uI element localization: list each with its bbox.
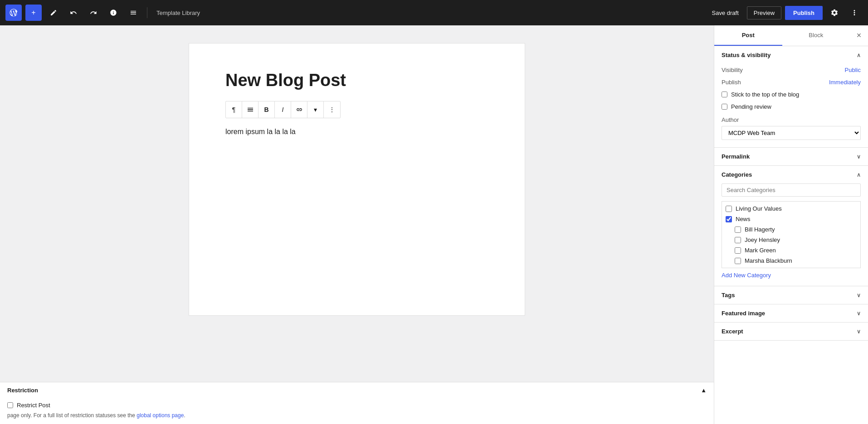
stick-top-label: Stick to the top of the blog <box>731 91 799 98</box>
cat-news-checkbox[interactable] <box>726 216 732 222</box>
tags-chevron: ∨ <box>857 292 861 299</box>
close-sidebar-button[interactable]: × <box>850 25 868 46</box>
block-toolbar: ¶ B I ▾ ⋮ <box>225 101 341 118</box>
bold-button[interactable]: B <box>258 101 275 118</box>
categories-chevron: ∧ <box>857 172 861 178</box>
tab-block[interactable]: Block <box>782 25 850 46</box>
more-block-options-button[interactable]: ▾ <box>307 101 324 118</box>
add-block-button[interactable]: + <box>25 5 42 21</box>
visibility-row: Visibility Public <box>722 64 861 76</box>
search-categories-input[interactable] <box>722 183 861 197</box>
status-visibility-body: Visibility Public Publish Immediately St… <box>714 64 868 147</box>
category-mark-green: Mark Green <box>726 245 857 255</box>
post-body-text[interactable]: lorem ipsum la la la la <box>225 125 488 138</box>
status-visibility-chevron: ∧ <box>857 52 861 58</box>
wp-logo-icon[interactable] <box>5 5 22 21</box>
tab-post[interactable]: Post <box>714 25 782 46</box>
excerpt-header[interactable]: Excerpt ∨ <box>714 323 868 340</box>
tags-header[interactable]: Tags ∨ <box>714 286 868 304</box>
publish-row: Publish Immediately <box>722 76 861 88</box>
restriction-panel: Restriction ▲ Restrict Post page only. F… <box>0 382 714 424</box>
restrict-post-row: Restrict Post <box>7 402 707 409</box>
editor-area: New Blog Post ¶ B I ▾ ⋮ lorem ipsum la l… <box>0 25 714 424</box>
featured-image-header[interactable]: Featured image ∨ <box>714 304 868 322</box>
categories-title: Categories <box>722 171 752 178</box>
add-new-category-link[interactable]: Add New Category <box>722 272 861 279</box>
topbar-right-actions: Save draft Preview Publish <box>707 5 863 21</box>
topbar: + Template Library Save draft Preview Pu… <box>0 0 868 25</box>
permalink-header[interactable]: Permalink ∨ <box>714 148 868 165</box>
preview-button[interactable]: Preview <box>747 6 781 19</box>
categories-header[interactable]: Categories ∧ <box>714 166 868 183</box>
sidebar-tabs: Post Block × <box>714 25 868 46</box>
topbar-divider <box>147 7 147 18</box>
restrict-post-label: Restrict Post <box>17 402 50 409</box>
author-select[interactable]: MCDP Web Team <box>722 126 861 140</box>
excerpt-section: Excerpt ∨ <box>714 323 868 341</box>
undo-button[interactable] <box>65 5 82 21</box>
post-title[interactable]: New Blog Post <box>225 71 488 90</box>
permalink-title: Permalink <box>722 153 750 160</box>
pending-review-label: Pending review <box>731 103 771 110</box>
categories-body: Living Our Values News Bill Hagerty Joey… <box>714 183 868 286</box>
restriction-body: Restrict Post page only. For a full list… <box>0 398 714 424</box>
cat-living-our-values-checkbox[interactable] <box>726 206 732 212</box>
cat-joey-hensley-checkbox[interactable] <box>735 237 741 243</box>
italic-button[interactable]: I <box>275 101 291 118</box>
cat-marsha-blackburn-checkbox[interactable] <box>735 258 741 264</box>
status-visibility-section: Status & visibility ∧ Visibility Public … <box>714 46 868 148</box>
save-draft-button[interactable]: Save draft <box>707 7 743 19</box>
restriction-note: page only. For a full list of restrictio… <box>7 412 707 419</box>
publish-button[interactable]: Publish <box>785 6 823 20</box>
restrict-post-checkbox[interactable] <box>7 402 13 408</box>
pending-review-row: Pending review <box>722 101 861 113</box>
editor-content: New Blog Post ¶ B I ▾ ⋮ lorem ipsum la l… <box>189 43 525 315</box>
category-joey-hensley: Joey Hensley <box>726 235 857 245</box>
template-library-label: Template Library <box>156 10 704 16</box>
info-button[interactable] <box>105 5 122 21</box>
block-settings-button[interactable]: ⋮ <box>324 101 340 118</box>
visibility-value[interactable]: Public <box>845 67 861 73</box>
excerpt-chevron: ∨ <box>857 328 861 335</box>
categories-list: Living Our Values News Bill Hagerty Joey… <box>722 201 861 268</box>
featured-image-section: Featured image ∨ <box>714 304 868 323</box>
link-button[interactable] <box>291 101 307 118</box>
restriction-title: Restriction <box>7 387 38 394</box>
category-bill-hagerty: Bill Hagerty <box>726 224 857 235</box>
tags-title: Tags <box>722 292 735 299</box>
more-options-button[interactable] <box>846 5 863 21</box>
stick-top-checkbox[interactable] <box>722 92 727 97</box>
edit-button[interactable] <box>45 5 62 21</box>
sidebar: Post Block × Status & visibility ∧ Visib… <box>714 25 868 424</box>
category-news: News <box>726 214 857 224</box>
pending-review-checkbox[interactable] <box>722 104 727 110</box>
permalink-chevron: ∨ <box>857 154 861 160</box>
main-layout: New Blog Post ¶ B I ▾ ⋮ lorem ipsum la l… <box>0 25 868 424</box>
align-button[interactable] <box>242 101 258 118</box>
restriction-header[interactable]: Restriction ▲ <box>0 382 714 398</box>
restriction-chevron: ▲ <box>701 387 707 394</box>
categories-section: Categories ∧ Living Our Values News <box>714 166 868 286</box>
status-visibility-header[interactable]: Status & visibility ∧ <box>714 46 868 64</box>
cat-mark-green-checkbox[interactable] <box>735 247 741 254</box>
global-options-link[interactable]: global options page <box>137 412 184 419</box>
author-label: Author <box>722 116 861 123</box>
tags-section: Tags ∨ <box>714 286 868 304</box>
permalink-section: Permalink ∨ <box>714 148 868 166</box>
publish-value[interactable]: Immediately <box>829 79 861 86</box>
paragraph-button[interactable]: ¶ <box>226 101 242 118</box>
visibility-label: Visibility <box>722 67 743 73</box>
featured-image-title: Featured image <box>722 310 765 317</box>
category-marsha-blackburn: Marsha Blackburn <box>726 255 857 266</box>
redo-button[interactable] <box>85 5 102 21</box>
status-visibility-title: Status & visibility <box>722 52 770 58</box>
list-view-button[interactable] <box>125 5 141 21</box>
settings-button[interactable] <box>826 5 843 21</box>
cat-bill-hagerty-checkbox[interactable] <box>735 226 741 233</box>
excerpt-title: Excerpt <box>722 328 743 335</box>
stick-top-row: Stick to the top of the blog <box>722 88 861 101</box>
publish-label: Publish <box>722 79 741 86</box>
featured-image-chevron: ∨ <box>857 310 861 317</box>
category-living-our-values: Living Our Values <box>726 203 857 214</box>
